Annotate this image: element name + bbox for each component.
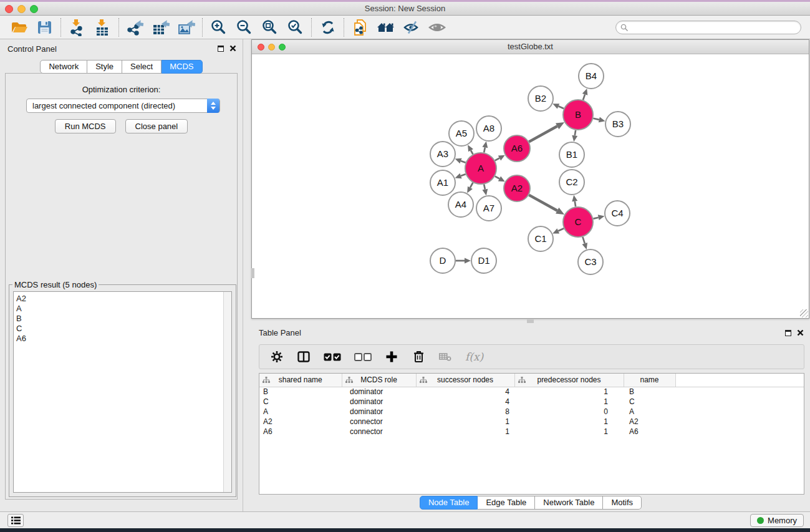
result-item[interactable]: B [16, 314, 231, 324]
table-settings-icon[interactable] [270, 350, 284, 364]
graph-edge-A-A8[interactable] [484, 147, 485, 152]
graph-node-B2[interactable]: B2 [528, 86, 553, 111]
close-panel-button[interactable]: Close panel [125, 119, 188, 133]
graph-edge-C-C4[interactable] [593, 218, 598, 219]
graph-edge-B-B2[interactable] [558, 106, 564, 109]
graph-edge-A-A1[interactable] [461, 174, 466, 176]
graph-edge-A-A7[interactable] [484, 184, 485, 189]
graph-node-A4[interactable]: A4 [448, 192, 473, 217]
graph-edge-A2-C[interactable] [529, 195, 557, 211]
result-item[interactable]: C [16, 324, 231, 334]
column-header-name[interactable]: name [624, 374, 675, 387]
zoom-in-icon[interactable] [206, 17, 231, 37]
table-row[interactable]: Adominator80A [259, 407, 804, 417]
zoom-out-icon[interactable] [231, 17, 257, 37]
zoom-window-button[interactable] [30, 5, 38, 13]
graph-node-A7[interactable]: A7 [476, 196, 501, 221]
export-network-icon[interactable] [122, 17, 148, 37]
graph-node-A[interactable]: A [465, 153, 496, 184]
network-close-button[interactable] [258, 44, 264, 51]
tab-style[interactable]: Style [87, 60, 122, 74]
graph-node-C3[interactable]: C3 [578, 249, 603, 274]
tab-mcds[interactable]: MCDS [162, 60, 202, 74]
import-network-icon[interactable] [64, 17, 90, 37]
network-zoom-button[interactable] [279, 44, 286, 51]
graph-node-B1[interactable]: B1 [559, 142, 584, 167]
close-panel-icon[interactable] [229, 45, 236, 52]
minimize-window-button[interactable] [17, 5, 26, 13]
graph-edge-C-C1[interactable] [558, 228, 564, 231]
horizontal-scroll-indicator[interactable] [527, 319, 534, 323]
network-window-titlebar[interactable]: testGlobe.txt [252, 40, 809, 54]
zoom-fit-icon[interactable] [257, 17, 282, 37]
network-minimize-button[interactable] [268, 44, 275, 51]
refresh-layout-icon[interactable] [315, 17, 340, 37]
table-row[interactable]: A2connector11A2 [259, 417, 804, 427]
graph-node-D1[interactable]: D1 [471, 248, 496, 273]
window-titlebar[interactable]: Session: New Session [0, 2, 810, 16]
graph-edge-A-A4[interactable] [470, 183, 473, 188]
graph-node-B4[interactable]: B4 [579, 64, 604, 89]
column-header-successor-nodes[interactable]: successor nodes [416, 374, 514, 387]
function-builder-icon[interactable]: f(x) [465, 351, 483, 363]
graph-node-C1[interactable]: C1 [528, 226, 553, 251]
tab-select[interactable]: Select [122, 60, 162, 74]
export-image-icon[interactable] [173, 17, 199, 37]
tab-motifs[interactable]: Motifs [603, 496, 642, 510]
graph-edge-B-B3[interactable] [593, 118, 599, 120]
resize-grip[interactable] [800, 309, 808, 317]
graph-edge-A-A3[interactable] [461, 161, 466, 163]
delete-table-icon[interactable] [438, 350, 452, 364]
memory-button[interactable]: Memory [750, 514, 804, 527]
graph-node-C4[interactable]: C4 [605, 201, 630, 226]
table-row[interactable]: Cdominator41C [259, 397, 804, 407]
graph-node-A5[interactable]: A5 [449, 121, 474, 146]
import-table-icon[interactable] [90, 17, 115, 37]
graph-edge-A-A2[interactable] [495, 177, 499, 179]
task-history-button[interactable] [7, 514, 24, 527]
result-item[interactable]: A2 [16, 294, 231, 304]
graph-node-A8[interactable]: A8 [476, 116, 501, 141]
network-canvas[interactable]: B4B2BB3A8A5A6A3B1AC2A1A2A4A7C4CC1DD1C3 [252, 54, 809, 318]
tab-node-table[interactable]: Node Table [420, 496, 478, 510]
tab-network[interactable]: Network [40, 60, 87, 74]
column-header-predecessor-nodes[interactable]: predecessor nodes [514, 374, 624, 387]
graph-edge-A6-B[interactable] [529, 126, 557, 142]
open-file-icon[interactable] [6, 17, 32, 37]
graph-node-B3[interactable]: B3 [605, 112, 630, 137]
tab-network-table[interactable]: Network Table [535, 496, 603, 510]
hide-details-icon[interactable] [398, 17, 424, 37]
graph-node-C2[interactable]: C2 [559, 170, 584, 195]
delete-column-icon[interactable] [412, 350, 425, 364]
select-all-icon[interactable] [324, 350, 341, 364]
zoom-selected-icon[interactable] [282, 17, 308, 37]
graph-node-A1[interactable]: A1 [430, 170, 455, 195]
new-session-icon[interactable] [347, 17, 373, 37]
result-item[interactable]: A6 [16, 334, 231, 344]
graph-edge-B-B4[interactable] [583, 94, 585, 100]
column-visibility-icon[interactable] [297, 350, 311, 364]
graph-node-D[interactable]: D [430, 248, 455, 273]
close-table-panel-icon[interactable] [797, 329, 804, 336]
add-column-icon[interactable] [385, 350, 398, 364]
export-table-icon[interactable] [148, 17, 173, 37]
graph-node-C[interactable]: C [563, 207, 593, 237]
graph-edge-A-A6[interactable] [495, 158, 499, 160]
result-scrollbar[interactable] [223, 292, 231, 492]
float-table-panel-icon[interactable] [785, 330, 791, 336]
column-header-shared-name[interactable]: shared name [259, 374, 342, 387]
close-window-button[interactable] [5, 5, 13, 13]
graph-edge-C-C2[interactable] [575, 201, 576, 207]
show-details-icon[interactable] [424, 17, 450, 37]
result-item[interactable]: A [16, 304, 231, 314]
graph-edge-B-B1[interactable] [575, 130, 576, 136]
tab-edge-table[interactable]: Edge Table [478, 496, 535, 510]
table-row[interactable]: Bdominator41B [259, 387, 804, 397]
graph-edge-C-C3[interactable] [582, 237, 584, 244]
column-header-MCDS-role[interactable]: MCDS role [342, 374, 416, 387]
criterion-dropdown[interactable]: largest connected component (directed) [26, 99, 220, 113]
deselect-all-icon[interactable] [354, 350, 372, 364]
run-mcds-button[interactable]: Run MCDS [55, 119, 116, 133]
search-input[interactable] [615, 21, 801, 34]
graph-edge-A-A5[interactable] [471, 150, 473, 154]
